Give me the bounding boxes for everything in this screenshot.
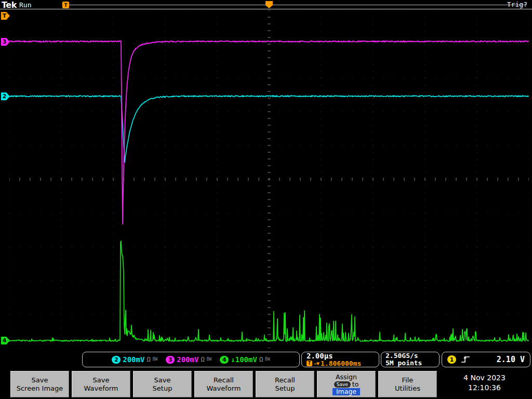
trigger-delay-arrow-icon: →▼	[313, 360, 320, 367]
button-label: Setup	[153, 384, 172, 393]
button-label: Save	[93, 376, 110, 384]
horizontal-readout[interactable]: 2.00µs T →▼ 1.806000ms	[301, 352, 379, 367]
channel-4-coupling-icon: Ω	[259, 356, 263, 363]
record-length: 5M points	[385, 360, 422, 367]
record-view-bar	[65, 5, 527, 5]
save-key-badge: Save	[334, 381, 351, 388]
timebase-value: 2.00µs	[307, 352, 333, 360]
button-label: Save	[32, 376, 48, 384]
acquisition-readout[interactable]: 2.50GS/s 5M points	[381, 352, 440, 367]
channel-3-scale: 200mV	[177, 355, 198, 364]
acquisition-status: Run	[19, 1, 31, 9]
recall-setup-button[interactable]: Recall Setup	[256, 371, 314, 397]
assign-save-to-button[interactable]: Assign Save to Image	[317, 371, 376, 397]
header-divider	[0, 9, 532, 9]
save-screen-image-button[interactable]: Save Screen Image	[10, 371, 69, 397]
channel-2-bandwidth-icon: BW	[153, 357, 158, 362]
trigger-position-icon[interactable]	[265, 1, 273, 8]
button-label: to	[352, 381, 359, 388]
rising-edge-icon	[461, 355, 470, 364]
oscilloscope-screen: Tek Run Trig? T T324 2 200mV Ω BW 3 200m…	[0, 0, 532, 399]
trace-ch3	[9, 41, 529, 224]
trigger-level-marker[interactable]: T	[1, 12, 10, 20]
file-utilities-button[interactable]: File Utilities	[378, 371, 437, 397]
button-label: Screen Image	[17, 384, 63, 393]
channel-2-coupling-icon: Ω	[147, 356, 150, 363]
button-label: Utilities	[395, 384, 420, 393]
datetime-display: 4 Nov 2023 12:10:36	[439, 373, 530, 393]
channel-readouts[interactable]: 2 200mV Ω BW 3 200mV Ω BW 4 ↓100mV Ω BW	[82, 352, 300, 367]
save-waveform-button[interactable]: Save Waveform	[72, 371, 130, 397]
button-label: Setup	[275, 384, 295, 393]
sample-rate: 2.50GS/s	[385, 352, 418, 360]
trigger-readout[interactable]: 1 2.10 V	[442, 352, 530, 367]
channel-4-readout[interactable]: 4 ↓100mV Ω BW	[220, 355, 270, 364]
record-trigger-t-icon: T	[62, 2, 69, 8]
channel-3-bandwidth-icon: BW	[207, 357, 212, 362]
button-label: Waveform	[84, 384, 118, 393]
time-value: 12:10:36	[439, 383, 530, 393]
button-label: Waveform	[207, 384, 241, 393]
trigger-t-badge: T	[307, 361, 312, 366]
trigger-level-value: 2.10 V	[497, 355, 525, 364]
channel-3-marker[interactable]: 3	[1, 38, 10, 46]
button-label: Recall	[214, 376, 234, 384]
button-label: File	[402, 376, 414, 384]
channel-3-coupling-icon: Ω	[201, 356, 204, 363]
button-label: Recall	[275, 376, 295, 384]
graticule	[9, 10, 529, 348]
recall-waveform-button[interactable]: Recall Waveform	[194, 371, 253, 397]
channel-4-scale: ↓100mV	[231, 355, 257, 364]
trace-ch4	[9, 241, 529, 341]
button-label: Save	[154, 376, 171, 384]
trigger-source-badge: 1	[447, 355, 456, 364]
channel-3-badge: 3	[166, 356, 175, 364]
channel-2-readout[interactable]: 2 200mV Ω BW	[112, 355, 157, 364]
date-value: 4 Nov 2023	[439, 373, 530, 383]
channel-2-marker[interactable]: 2	[1, 92, 10, 100]
trigger-time-value: 1.806000ms	[321, 360, 361, 367]
button-label: Assign	[336, 374, 357, 381]
channel-4-marker[interactable]: 4	[1, 337, 10, 344]
channel-3-readout[interactable]: 3 200mV Ω BW	[166, 355, 211, 364]
save-setup-button[interactable]: Save Setup	[133, 371, 192, 397]
channel-2-badge: 2	[112, 356, 121, 364]
channel-4-badge: 4	[220, 356, 229, 364]
assign-target-image: Image	[332, 388, 360, 395]
channel-4-bandwidth-icon: BW	[265, 357, 270, 362]
channel-2-scale: 200mV	[123, 355, 144, 364]
